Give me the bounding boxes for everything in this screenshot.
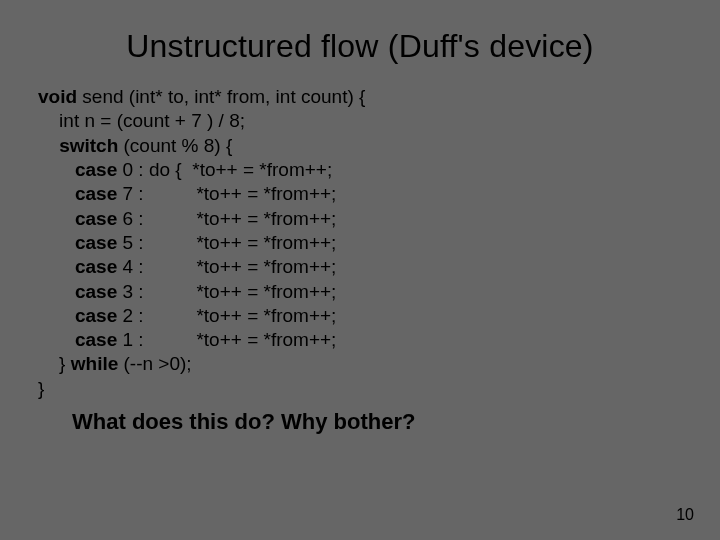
line-10: 2 : *to++ = *from++; [117,305,336,326]
ind-12: } [38,353,71,374]
ind-6 [38,208,75,229]
ind-5 [38,183,75,204]
line-1: send (int* to, int* from, int count) { [77,86,365,107]
line-2: int n = (count + 7 ) / 8; [38,110,245,131]
ind-10 [38,305,75,326]
kw-case-7: case [75,183,117,204]
page-number: 10 [676,506,694,524]
kw-case-3: case [75,281,117,302]
kw-case-0: case [75,159,117,180]
ind-4 [38,159,75,180]
ind-7 [38,232,75,253]
line-5: 7 : *to++ = *from++; [117,183,336,204]
line-11: 1 : *to++ = *from++; [117,329,336,350]
slide-title: Unstructured flow (Duff's device) [38,28,682,65]
code-block: void send (int* to, int* from, int count… [38,85,682,401]
line-8: 4 : *to++ = *from++; [117,256,336,277]
line-13: } [38,378,44,399]
line-3: (count % 8) { [118,135,232,156]
line-4: 0 : do { *to++ = *from++; [117,159,332,180]
kw-case-5: case [75,232,117,253]
line-6: 6 : *to++ = *from++; [117,208,336,229]
slide: Unstructured flow (Duff's device) void s… [0,0,720,540]
kw-case-2: case [75,305,117,326]
kw-void: void [38,86,77,107]
ind-9 [38,281,75,302]
kw-while: while [71,353,119,374]
line-9: 3 : *to++ = *from++; [117,281,336,302]
kw-case-1: case [75,329,117,350]
ind-11 [38,329,75,350]
kw-case-4: case [75,256,117,277]
ind-3 [38,135,59,156]
kw-case-6: case [75,208,117,229]
ind-8 [38,256,75,277]
kw-switch: switch [59,135,118,156]
line-7: 5 : *to++ = *from++; [117,232,336,253]
slide-question: What does this do? Why bother? [72,409,682,435]
line-12: (--n >0); [118,353,191,374]
